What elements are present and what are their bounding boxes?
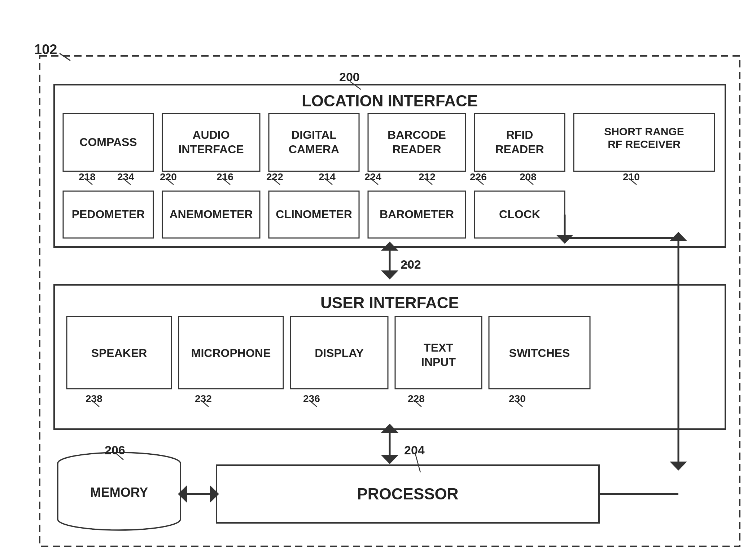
switches-box <box>489 317 590 389</box>
user-interface-title: USER INTERFACE <box>320 294 459 312</box>
svg-line-4 <box>350 81 361 89</box>
arrow-up-head3 <box>670 232 687 241</box>
memory-cover <box>58 464 180 519</box>
compass-box <box>63 114 153 171</box>
svg-line-18 <box>201 400 209 407</box>
short-range-rf-label2: RF RECEIVER <box>608 138 681 150</box>
ref-236: 236 <box>303 393 320 404</box>
ref-214: 214 <box>319 171 336 182</box>
svg-line-16 <box>404 263 411 267</box>
barcode-reader-box <box>368 114 465 171</box>
ref-224-label: 224 <box>364 171 381 182</box>
ref-218-label: 218 <box>79 171 96 182</box>
arrow-down-head <box>381 270 398 279</box>
text-input-box <box>395 317 482 389</box>
ref-212: 212 <box>419 171 436 182</box>
svg-line-22 <box>415 453 420 472</box>
audio-interface-label2: INTERFACE <box>178 143 244 156</box>
pedometer-label: PEDOMETER <box>72 208 145 221</box>
svg-line-15 <box>629 178 637 185</box>
processor-box <box>217 465 599 523</box>
text-input-label: TEXT <box>424 341 453 354</box>
switches-label: SWITCHES <box>509 347 570 360</box>
clock-box <box>475 191 565 238</box>
memory-cylinder-body <box>58 463 180 519</box>
short-range-rf-box <box>574 114 714 171</box>
svg-line-3 <box>60 53 70 61</box>
barometer-box <box>368 191 465 238</box>
ref-232: 232 <box>195 393 212 404</box>
clinometer-label: CLINOMETER <box>276 208 352 221</box>
ref-220-label: 220 <box>160 171 177 182</box>
ref-230: 230 <box>509 393 526 404</box>
ref-216: 216 <box>217 171 233 182</box>
microphone-box <box>179 317 283 389</box>
rfid-reader-label2: READER <box>495 143 544 156</box>
clinometer-box <box>269 191 359 238</box>
audio-interface-label: AUDIO <box>192 128 229 141</box>
arrow-right-head <box>210 485 219 503</box>
svg-line-10 <box>272 178 280 185</box>
ref-210: 210 <box>623 171 640 182</box>
ref-228: 228 <box>408 393 425 404</box>
svg-line-11 <box>424 178 432 185</box>
digital-camera-box <box>269 114 359 171</box>
rfid-reader-box <box>475 114 565 171</box>
memory-cylinder-bottom <box>58 508 180 530</box>
speaker-box <box>67 317 171 389</box>
arrow-up-head2 <box>381 424 398 433</box>
arrow-left-head <box>178 485 187 503</box>
svg-line-23 <box>115 453 123 460</box>
ref-234: 234 <box>117 171 134 182</box>
display-label: DISPLAY <box>315 347 364 360</box>
location-interface-title: LOCATION INTERFACE <box>302 92 478 110</box>
ref-238: 238 <box>86 393 102 404</box>
clock-label: CLOCK <box>499 208 540 221</box>
display-box <box>290 317 388 389</box>
compass-label: COMPASS <box>79 136 137 149</box>
ref-202: 202 <box>401 257 421 271</box>
svg-line-8 <box>166 178 174 185</box>
microphone-label: MICROPHONE <box>191 347 271 360</box>
digital-camera-label: DIGITAL <box>291 128 337 141</box>
pedometer-box <box>63 191 153 238</box>
svg-line-13 <box>525 178 533 185</box>
anemometer-box <box>162 191 260 238</box>
arrow-down-head2 <box>381 455 398 464</box>
ref-206: 206 <box>105 443 125 457</box>
svg-line-14 <box>476 178 484 185</box>
svg-line-5 <box>123 178 131 185</box>
barcode-reader-label: BARCODE <box>388 128 446 141</box>
ref-102: 102 <box>34 42 57 57</box>
memory-cylinder-top <box>58 453 180 474</box>
ref-200: 200 <box>339 70 360 84</box>
barcode-reader-label2: READER <box>392 143 441 156</box>
svg-line-21 <box>515 400 523 407</box>
ref-208: 208 <box>520 171 537 182</box>
text-input-label2: INPUT <box>421 356 456 369</box>
svg-line-9 <box>324 178 332 185</box>
svg-line-12 <box>370 178 378 185</box>
svg-line-6 <box>84 178 92 185</box>
svg-line-20 <box>414 400 421 407</box>
anemometer-label: ANEMOMETER <box>169 208 253 221</box>
ref-226-label: 226 <box>470 171 487 182</box>
svg-line-7 <box>222 178 230 185</box>
svg-line-19 <box>309 400 317 407</box>
audio-interface-box <box>162 114 260 171</box>
location-interface-box <box>54 85 725 247</box>
arrow-down-head3 <box>670 462 687 471</box>
outer-dashed-box <box>40 56 740 546</box>
barometer-label: BAROMETER <box>380 208 454 221</box>
arrow-clock-head <box>556 235 573 244</box>
digital-camera-label2: CAMERA <box>289 143 339 156</box>
memory-label: MEMORY <box>90 485 148 500</box>
ref-222-label: 222 <box>266 171 283 182</box>
arrow-up-head <box>381 242 398 251</box>
svg-line-17 <box>91 400 99 407</box>
processor-label: PROCESSOR <box>357 485 458 503</box>
user-interface-box <box>54 285 725 429</box>
short-range-rf-label: SHORT RANGE <box>604 125 684 137</box>
speaker-label: SPEAKER <box>91 347 147 360</box>
ref-204-label: 204 <box>404 443 425 457</box>
